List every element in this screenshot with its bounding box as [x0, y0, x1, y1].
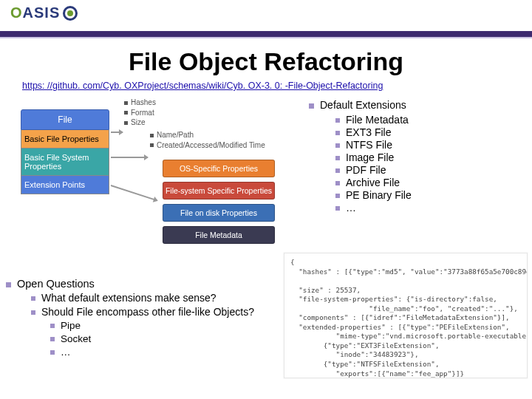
extension-props-column: OS-Specific Properties File-system Speci… — [163, 160, 275, 248]
oq-sub-socket: Socket — [61, 333, 91, 344]
bullet-icon — [335, 168, 340, 173]
ext-ext3: EXT3 File — [346, 126, 391, 138]
hint-size: Size — [131, 118, 145, 126]
file-object-diagram: File Basic File Properties Basic File Sy… — [21, 99, 287, 254]
header-rule-dark — [0, 31, 532, 37]
file-row-ext-points: Extension Points — [21, 176, 109, 194]
ext-pe-binary: PE Binary File — [346, 189, 412, 201]
bullet-icon — [335, 118, 340, 123]
bullet-icon — [335, 143, 340, 148]
open-questions-heading: Open Questions — [17, 278, 95, 290]
oasis-logo: OASIS — [10, 4, 78, 21]
ext-image: Image File — [346, 151, 394, 163]
default-extensions-list: Default Extensions File Metadata EXT3 Fi… — [309, 99, 516, 214]
slide-header: OASIS — [0, 0, 532, 31]
default-extensions-heading: Default Extensions — [320, 99, 406, 111]
bullet-icon — [335, 181, 340, 185]
prop-os-specific: OS-Specific Properties — [163, 160, 275, 177]
header-rule-light — [0, 37, 532, 38]
ext-ellipsis: … — [346, 202, 356, 214]
bullet-icon — [309, 103, 314, 109]
bullet-icon — [335, 206, 340, 211]
ext-file-metadata: File Metadata — [346, 114, 409, 126]
json-snippet: { "hashes" : [{"type":"md5", "value":"37… — [284, 253, 528, 378]
ext-archive: Archive File — [346, 177, 400, 188]
bullet-icon — [50, 324, 55, 328]
hint-fs-props: Name/Path Created/Accessed/Modified Time — [150, 130, 265, 150]
bullet-icon — [335, 156, 340, 160]
bullet-icon — [335, 194, 340, 198]
arrow-icon — [111, 157, 148, 158]
file-row-fs-props: Basic File System Properties — [21, 149, 109, 176]
logo-mark-icon — [63, 6, 78, 21]
hint-times: Created/Accessed/Modified Time — [157, 141, 265, 149]
arrow-icon — [111, 132, 123, 133]
file-header-cell: File — [21, 109, 109, 130]
oq-sub-ellipsis: … — [61, 347, 71, 358]
bullet-icon — [31, 310, 35, 315]
hint-hashes: Hashes — [131, 98, 156, 106]
bullet-icon — [50, 350, 55, 355]
slide-title: File Object Refactoring — [0, 47, 532, 76]
hint-format: Format — [131, 109, 154, 117]
hint-basic-props: Hashes Format Size — [124, 98, 156, 128]
ext-ntfs: NTFS File — [346, 139, 392, 151]
logo-text: OASIS — [10, 4, 60, 21]
prop-fs-specific: File-system Specific Properties — [163, 182, 275, 200]
file-column: File Basic File Properties Basic File Sy… — [21, 109, 109, 194]
source-link[interactable]: https: //github. com/Cyb. OXProject/sche… — [22, 81, 383, 91]
file-row-basic-props: Basic File Properties — [21, 130, 109, 149]
bullet-icon — [31, 296, 35, 301]
ext-pdf: PDF File — [346, 164, 386, 176]
hint-name-path: Name/Path — [157, 131, 194, 139]
prop-file-metadata: File Metadata — [163, 226, 275, 244]
arrow-icon — [111, 185, 157, 201]
bullet-icon — [335, 131, 340, 135]
bullet-icon — [50, 337, 55, 341]
prop-on-disk: File on disk Properties — [163, 204, 275, 222]
oq-sub-pipe: Pipe — [61, 320, 81, 331]
open-questions: Open Questions What default extensions m… — [6, 278, 287, 358]
slide-content: File Object Refactoring https: //github.… — [0, 47, 532, 399]
bullet-icon — [6, 282, 11, 287]
oq-item-default-ext: What default extensions make sense? — [41, 292, 216, 304]
oq-item-file-like: Should File encompass other file-like Ob… — [41, 306, 254, 318]
